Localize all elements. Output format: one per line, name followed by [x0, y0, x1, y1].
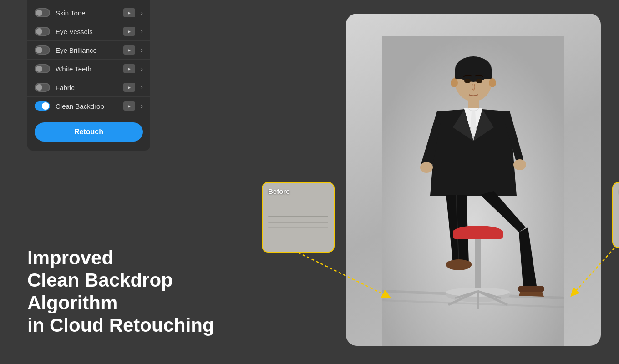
clean-backdrop-row: Clean Backdrop ›: [27, 97, 150, 115]
person-illustration: [382, 36, 564, 346]
fabric-label: Fabric: [56, 84, 118, 91]
svg-rect-4: [468, 98, 479, 109]
callout-right: Before: [612, 182, 619, 248]
headline-line1: Improved: [27, 247, 214, 269]
main-photo: [346, 14, 601, 346]
callout-left: Before: [262, 182, 335, 253]
eye-brilliance-label: Eye Brilliance: [56, 46, 118, 54]
skin-tone-toggle[interactable]: [35, 8, 50, 17]
svg-point-27: [451, 78, 458, 87]
eye-vessels-toggle[interactable]: [35, 27, 50, 36]
svg-rect-6: [455, 69, 492, 79]
white-teeth-chevron[interactable]: ›: [141, 65, 143, 72]
white-teeth-toggle[interactable]: [35, 64, 50, 73]
svg-point-25: [464, 79, 471, 83]
eye-vessels-label: Eye Vessels: [56, 28, 118, 35]
eye-vessels-row: Eye Vessels ›: [27, 22, 150, 41]
eye-vessels-chevron[interactable]: ›: [141, 28, 143, 35]
eye-brilliance-play[interactable]: [123, 46, 135, 55]
svg-rect-16: [453, 230, 503, 239]
skin-tone-chevron[interactable]: ›: [141, 9, 143, 16]
headline-line4: in Cloud Retouching: [27, 314, 214, 337]
photo-wrapper: Before Before: [346, 14, 601, 346]
fabric-toggle[interactable]: [35, 83, 50, 92]
fabric-row: Fabric ›: [27, 78, 150, 97]
svg-rect-17: [475, 239, 481, 293]
clean-backdrop-chevron[interactable]: ›: [141, 102, 143, 110]
clean-backdrop-play[interactable]: [123, 101, 135, 111]
fabric-play[interactable]: [123, 83, 135, 92]
skin-tone-row: Skin Tone ›: [27, 4, 150, 22]
headline-text: Improved Clean Backdrop Algorithm in Clo…: [27, 247, 214, 337]
retouch-button[interactable]: Retouch: [35, 122, 143, 142]
headline-line2: Clean Backdrop: [27, 269, 214, 292]
eye-brilliance-toggle[interactable]: [35, 46, 50, 55]
svg-point-28: [489, 78, 496, 87]
svg-point-26: [476, 79, 482, 83]
retouching-panel: Skin Tone › Eye Vessels › Eye Brilliance…: [27, 0, 150, 151]
skin-tone-label: Skin Tone: [56, 9, 118, 17]
headline-line3: Algorithm: [27, 292, 214, 314]
eye-brilliance-row: Eye Brilliance ›: [27, 41, 150, 60]
svg-point-10: [513, 159, 526, 170]
skin-tone-play[interactable]: [123, 8, 135, 17]
svg-rect-14: [518, 286, 544, 292]
white-teeth-row: White Teeth ›: [27, 60, 150, 78]
fabric-chevron[interactable]: ›: [141, 84, 143, 91]
white-teeth-play[interactable]: [123, 64, 135, 73]
clean-backdrop-toggle[interactable]: [35, 101, 50, 111]
clean-backdrop-label: Clean Backdrop: [56, 102, 118, 110]
eye-brilliance-chevron[interactable]: ›: [141, 46, 143, 54]
callout-left-label: Before: [268, 187, 290, 195]
svg-point-9: [420, 162, 433, 173]
svg-rect-13: [446, 261, 472, 268]
eye-vessels-play[interactable]: [123, 27, 135, 36]
white-teeth-label: White Teeth: [56, 65, 118, 73]
